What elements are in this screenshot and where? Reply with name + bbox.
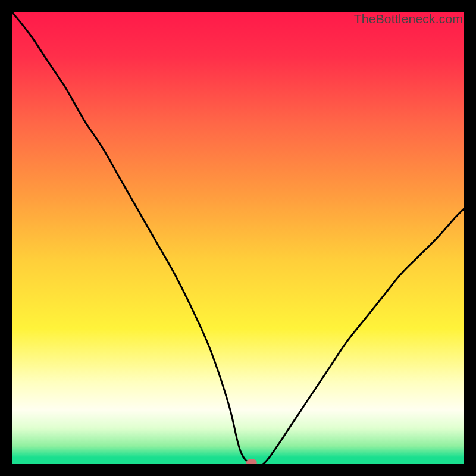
watermark-text: TheBottleneck.com bbox=[354, 12, 463, 26]
bottleneck-chart bbox=[12, 12, 464, 464]
chart-background bbox=[12, 12, 464, 464]
chart-frame: TheBottleneck.com bbox=[12, 12, 464, 464]
